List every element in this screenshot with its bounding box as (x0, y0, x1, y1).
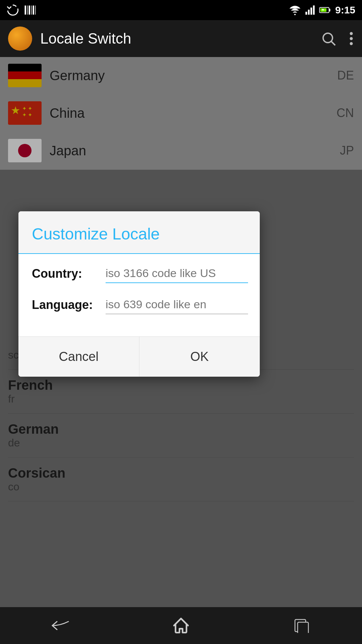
sync-icon (7, 4, 19, 16)
customize-locale-dialog: Customize Locale Country: Language: Canc… (18, 211, 260, 377)
status-bar-left (7, 4, 36, 16)
language-input[interactable] (106, 295, 248, 314)
barcode-icon (24, 4, 36, 16)
svg-rect-0 (25, 6, 26, 15)
dialog-title: Customize Locale (32, 225, 160, 243)
svg-rect-2 (29, 6, 31, 15)
svg-rect-9 (310, 8, 312, 15)
ok-button[interactable]: OK (139, 337, 260, 377)
svg-point-17 (350, 37, 353, 40)
main-content: Germany DE China CN Japan JP sc Fr (0, 57, 362, 607)
country-field-label: Country: (32, 267, 99, 281)
country-field: Country: (32, 264, 246, 283)
search-icon[interactable] (320, 31, 337, 47)
svg-point-14 (323, 33, 333, 43)
cancel-button[interactable]: Cancel (18, 337, 139, 377)
app-title: Locale Switch (40, 30, 312, 47)
dialog-title-area: Customize Locale (18, 211, 260, 254)
svg-point-18 (350, 42, 353, 45)
status-bar-right: 9:15 (289, 4, 355, 16)
wifi-icon (289, 5, 301, 15)
svg-rect-7 (305, 12, 307, 15)
country-input[interactable] (106, 264, 248, 283)
svg-rect-10 (313, 5, 315, 15)
status-time: 9:15 (335, 4, 355, 16)
svg-point-16 (350, 32, 353, 35)
status-bar: 9:15 (0, 0, 362, 20)
battery-icon (319, 5, 331, 15)
signal-icon (305, 5, 315, 15)
recents-button[interactable] (282, 612, 322, 639)
svg-rect-4 (33, 6, 35, 15)
bottom-nav (0, 607, 362, 644)
svg-point-6 (294, 14, 296, 15)
svg-rect-20 (298, 622, 308, 633)
svg-rect-1 (27, 6, 28, 15)
back-button[interactable] (40, 612, 80, 639)
language-field-label: Language: (32, 298, 99, 312)
home-button[interactable] (161, 612, 201, 639)
more-options-icon[interactable] (349, 31, 354, 47)
svg-rect-5 (35, 6, 36, 15)
svg-rect-8 (308, 10, 310, 15)
app-bar-actions (320, 31, 354, 47)
home-icon (172, 616, 190, 635)
language-field: Language: (32, 295, 246, 314)
back-icon (50, 618, 70, 633)
svg-rect-12 (329, 9, 330, 11)
svg-rect-3 (31, 6, 32, 15)
app-icon (8, 26, 32, 51)
dialog-body: Country: Language: (18, 254, 260, 336)
app-bar: Locale Switch (0, 20, 362, 57)
dialog-actions: Cancel OK (18, 336, 260, 377)
recents-icon (293, 618, 310, 633)
svg-line-15 (331, 42, 335, 45)
